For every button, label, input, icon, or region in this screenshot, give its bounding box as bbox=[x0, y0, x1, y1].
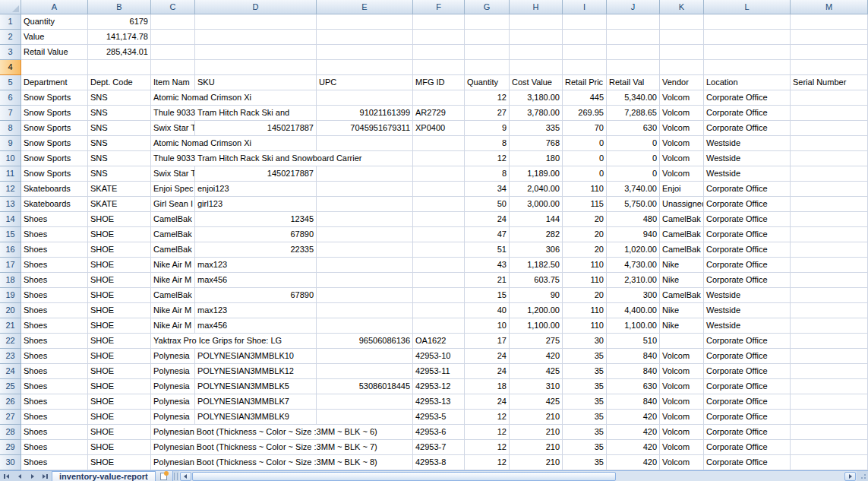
cell-A17[interactable]: Shoes bbox=[21, 258, 88, 273]
cell-G27[interactable]: 12 bbox=[465, 410, 510, 425]
cell-G20[interactable]: 40 bbox=[465, 303, 510, 318]
cell-A1[interactable]: Quantity bbox=[21, 14, 88, 30]
cell-H16[interactable]: 306 bbox=[510, 242, 563, 258]
cell-M20[interactable] bbox=[791, 303, 868, 318]
cell-B1[interactable]: 6179 bbox=[88, 14, 151, 30]
cell-I3[interactable] bbox=[563, 45, 607, 60]
column-header-C[interactable]: C bbox=[151, 0, 195, 14]
column-header-F[interactable]: F bbox=[413, 0, 465, 14]
cell-M27[interactable] bbox=[791, 410, 868, 425]
cell-F7[interactable]: AR2729 bbox=[413, 106, 465, 121]
cell-G28[interactable]: 12 bbox=[465, 425, 510, 440]
cell-K6[interactable]: Volcom bbox=[660, 90, 704, 106]
cell-B8[interactable]: SNS bbox=[88, 121, 151, 136]
cell-B29[interactable]: SHOE bbox=[88, 440, 151, 455]
cell-M24[interactable] bbox=[791, 364, 868, 379]
cell-L15[interactable]: Corporate Office bbox=[704, 227, 791, 242]
cell-C27[interactable]: Polynesia bbox=[151, 410, 195, 425]
cell-D17[interactable]: max123 bbox=[195, 258, 317, 273]
cell-C3[interactable] bbox=[151, 45, 195, 60]
cell-G30[interactable]: 12 bbox=[465, 455, 510, 470]
horizontal-scrollbar[interactable] bbox=[179, 471, 857, 481]
cell-A8[interactable]: Snow Sports bbox=[21, 121, 88, 136]
cell-E20[interactable] bbox=[317, 303, 413, 318]
cell-K22[interactable] bbox=[660, 334, 704, 349]
cell-B23[interactable]: SHOE bbox=[88, 349, 151, 364]
cell-C30[interactable]: Polynesian Boot (Thickness ~ Color ~ Siz… bbox=[151, 455, 413, 470]
cell-K26[interactable]: Volcom bbox=[660, 394, 704, 410]
column-header-E[interactable]: E bbox=[317, 0, 413, 14]
cell-L1[interactable] bbox=[704, 14, 791, 30]
cell-E13[interactable] bbox=[317, 197, 413, 212]
cell-A27[interactable]: Shoes bbox=[21, 410, 88, 425]
cell-J24[interactable]: 840 bbox=[607, 364, 660, 379]
cell-E24[interactable] bbox=[317, 364, 413, 379]
cell-H5[interactable]: Cost Value bbox=[510, 75, 563, 90]
cell-G17[interactable]: 43 bbox=[465, 258, 510, 273]
cell-E12[interactable] bbox=[317, 182, 413, 197]
cell-I8[interactable]: 70 bbox=[563, 121, 607, 136]
cell-I18[interactable]: 110 bbox=[563, 273, 607, 288]
row-header-1[interactable]: 1 bbox=[0, 14, 21, 30]
cell-C8[interactable]: Swix Star T bbox=[151, 121, 195, 136]
cell-K12[interactable]: Enjoi bbox=[660, 182, 704, 197]
cell-H26[interactable]: 425 bbox=[510, 394, 563, 410]
cell-F22[interactable]: OA1622 bbox=[413, 334, 465, 349]
cell-G5[interactable]: Quantity bbox=[465, 75, 510, 90]
cell-K24[interactable]: Volcom bbox=[660, 364, 704, 379]
row-header-20[interactable]: 20 bbox=[0, 303, 21, 318]
cell-C10[interactable]: Thule 9033 Tram Hitch Rack Ski and Snowb… bbox=[151, 151, 413, 166]
cell-H21[interactable]: 1,100.00 bbox=[510, 318, 563, 334]
cell-K5[interactable]: Vendor bbox=[660, 75, 704, 90]
cell-G26[interactable]: 24 bbox=[465, 394, 510, 410]
cell-I20[interactable]: 110 bbox=[563, 303, 607, 318]
cell-J22[interactable]: 510 bbox=[607, 334, 660, 349]
cell-M30[interactable] bbox=[791, 455, 868, 470]
cell-L23[interactable]: Corporate Office bbox=[704, 349, 791, 364]
cell-C16[interactable]: CamelBak bbox=[151, 242, 195, 258]
cell-G22[interactable]: 17 bbox=[465, 334, 510, 349]
cell-J14[interactable]: 480 bbox=[607, 212, 660, 227]
cell-M7[interactable] bbox=[791, 106, 868, 121]
cell-M21[interactable] bbox=[791, 318, 868, 334]
cell-C28[interactable]: Polynesian Boot (Thickness ~ Color ~ Siz… bbox=[151, 425, 413, 440]
row-header-21[interactable]: 21 bbox=[0, 318, 21, 334]
cell-D8[interactable]: 1450217887 bbox=[195, 121, 317, 136]
cell-L4[interactable] bbox=[704, 60, 791, 75]
cell-A26[interactable]: Shoes bbox=[21, 394, 88, 410]
cell-D3[interactable] bbox=[195, 45, 317, 60]
cell-A30[interactable]: Shoes bbox=[21, 455, 88, 470]
cell-F2[interactable] bbox=[413, 30, 465, 45]
cell-J2[interactable] bbox=[607, 30, 660, 45]
cell-K4[interactable] bbox=[660, 60, 704, 75]
cell-C9[interactable]: Atomic Nomad Crimson Xi bbox=[151, 136, 317, 151]
cell-H25[interactable]: 310 bbox=[510, 379, 563, 394]
cell-C12[interactable]: Enjoi Spec bbox=[151, 182, 195, 197]
cell-I4[interactable] bbox=[563, 60, 607, 75]
column-header-L[interactable]: L bbox=[704, 0, 791, 14]
cell-K28[interactable]: Volcom bbox=[660, 425, 704, 440]
cell-F16[interactable] bbox=[413, 242, 465, 258]
cell-J16[interactable]: 1,020.00 bbox=[607, 242, 660, 258]
cell-D2[interactable] bbox=[195, 30, 317, 45]
cell-M9[interactable] bbox=[791, 136, 868, 151]
cell-G10[interactable]: 12 bbox=[465, 151, 510, 166]
cell-D12[interactable]: enjoi123 bbox=[195, 182, 317, 197]
cell-A24[interactable]: Shoes bbox=[21, 364, 88, 379]
row-header-13[interactable]: 13 bbox=[0, 197, 21, 212]
row-header-6[interactable]: 6 bbox=[0, 90, 21, 106]
cell-H9[interactable]: 768 bbox=[510, 136, 563, 151]
horizontal-scrollbar-track[interactable] bbox=[192, 472, 844, 481]
cell-M6[interactable] bbox=[791, 90, 868, 106]
cell-L3[interactable] bbox=[704, 45, 791, 60]
cell-I30[interactable]: 35 bbox=[563, 455, 607, 470]
cell-A29[interactable]: Shoes bbox=[21, 440, 88, 455]
cell-L16[interactable]: Corporate Office bbox=[704, 242, 791, 258]
cell-C6[interactable]: Atomic Nomad Crimson Xi bbox=[151, 90, 317, 106]
cell-M19[interactable] bbox=[791, 288, 868, 303]
next-sheet-button[interactable] bbox=[26, 471, 39, 481]
column-header-K[interactable]: K bbox=[660, 0, 704, 14]
cell-K7[interactable]: Volcom bbox=[660, 106, 704, 121]
column-header-J[interactable]: J bbox=[607, 0, 660, 14]
cell-L30[interactable]: Corporate Office bbox=[704, 455, 791, 470]
